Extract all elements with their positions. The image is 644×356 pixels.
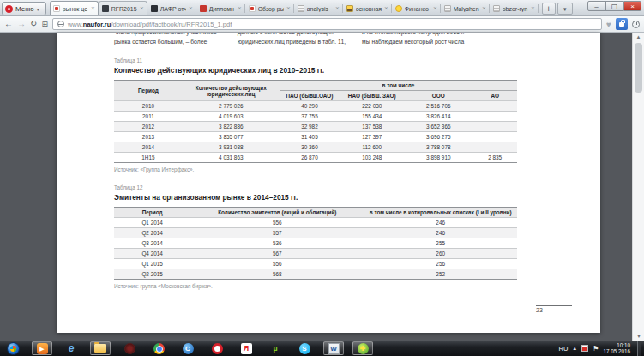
skype-icon: S	[299, 343, 310, 354]
tab-analysis[interactable]: analysis_ ×	[294, 1, 343, 15]
table-cell: 246	[364, 218, 517, 228]
table-cell: 536	[190, 238, 364, 249]
taskbar-chrome[interactable]	[148, 341, 169, 355]
scroll-down-icon[interactable]: ▼	[633, 332, 644, 341]
tab-obzor-ryn[interactable]: obzor-ryn ×	[490, 1, 539, 15]
table-cell: Q1 2015	[114, 259, 190, 269]
internet-explorer-icon: e	[69, 344, 75, 353]
tab-obzor[interactable]: Обзор ры ×	[245, 1, 294, 15]
close-button[interactable]: ×	[623, 1, 641, 11]
pdf-page: числа профессиональных участников данные…	[57, 33, 600, 333]
tab-label: Финансо	[405, 6, 430, 12]
tab-osnovnaya[interactable]: основная ×	[343, 1, 392, 15]
scrollbar-thumb[interactable]	[635, 43, 642, 93]
tab-favicon	[151, 5, 158, 12]
table-cell: 2011	[114, 112, 183, 122]
word-icon: W	[328, 343, 340, 354]
table-cell: 2012	[114, 122, 183, 132]
col-header-issuers: Количество эмитентов (акций и облигаций)	[190, 208, 364, 218]
antivirus-icon: ✚	[358, 343, 369, 354]
history-clock-icon[interactable]	[632, 21, 640, 28]
tab-strip: рынок це × RFR2015_1 × ЛАФР отч × Диплом…	[50, 0, 539, 15]
tab-malyshen[interactable]: Malyshen ×	[441, 1, 490, 15]
start-button[interactable]	[3, 341, 23, 355]
tab-rynok[interactable]: рынок це ×	[50, 1, 99, 15]
col-header-listed: в том числе в котировальных списках (I и…	[364, 208, 517, 218]
table-cell: 2 835	[472, 153, 517, 163]
url-domain: naufor.ru	[83, 21, 111, 28]
table-cell	[472, 122, 517, 132]
taskbar-blue-app[interactable]: C	[178, 341, 198, 355]
taskbar-antivirus[interactable]: ✚	[352, 341, 373, 355]
table-cell: 3 822 886	[183, 122, 280, 132]
taskbar-app-dark[interactable]	[119, 341, 140, 355]
table-cell: 3 898 910	[404, 153, 472, 163]
taskbar-media-player[interactable]: ▶	[32, 341, 52, 355]
tab-close-icon[interactable]: ×	[335, 5, 340, 12]
taskbar-internet-explorer[interactable]: e	[61, 341, 81, 355]
speed-dial-icon[interactable]: ⊞	[41, 20, 48, 28]
show-desktop-button[interactable]	[637, 341, 641, 356]
taskbar-word[interactable]: W	[323, 341, 344, 355]
taskbar-yandex[interactable]: Я	[236, 341, 256, 355]
intro-col-3: мы наблюдаем некоторый рост числа	[362, 39, 482, 45]
table12-header: Период Количество эмитентов (акций и обл…	[114, 208, 517, 218]
tab-close-icon[interactable]: ×	[238, 5, 242, 12]
scroll-up-icon[interactable]: ▲	[633, 33, 644, 41]
table-cell: 256	[364, 259, 517, 269]
taskbar-explorer[interactable]	[90, 341, 111, 355]
tab-close-icon[interactable]: ×	[433, 5, 437, 12]
table-cell: 155 434	[340, 112, 404, 122]
tab-close-icon[interactable]: ×	[384, 5, 388, 12]
tab-diplom[interactable]: Дипломн ×	[196, 1, 245, 15]
tab-rfr2015-pdf[interactable]: RFR2015_1 ×	[99, 1, 147, 15]
table-cell: 3 788 078	[404, 142, 472, 153]
tab-finanso[interactable]: Финансо ×	[392, 1, 441, 15]
utorrent-icon: µ	[273, 344, 277, 353]
table-cell: 567	[190, 249, 364, 259]
table12-body: Q1 2014556246Q2 2014557246Q3 2014536255Q…	[114, 218, 517, 280]
intro-col-2: юридических лиц приведены в табл. 11,	[238, 39, 358, 45]
tab-close-icon[interactable]: ×	[91, 5, 95, 12]
tab-close-icon[interactable]: ×	[482, 5, 486, 12]
action-center-flag-icon[interactable]: ⚑	[593, 345, 599, 353]
tab-close-icon[interactable]: ×	[286, 5, 291, 12]
url-prefix: www.	[68, 21, 83, 28]
tray-app-icon[interactable]	[581, 345, 588, 352]
language-indicator[interactable]: RU	[559, 345, 569, 353]
table-cell: 127 397	[340, 132, 404, 142]
tray-date: 17.05.2016	[603, 348, 630, 354]
extension-icon[interactable]	[616, 18, 628, 30]
table-cell: 2013	[114, 132, 183, 142]
bookmark-heart-icon[interactable]: ♥	[606, 20, 611, 29]
table-cell: 255	[364, 238, 517, 249]
table-cell: 26 870	[280, 153, 340, 163]
taskbar-utorrent[interactable]: µ	[265, 341, 286, 355]
opera-icon	[212, 343, 223, 354]
scrollbar[interactable]: ▲ ▼	[632, 33, 644, 341]
maximize-button[interactable]: ▢	[605, 1, 623, 11]
tab-favicon	[444, 5, 451, 12]
url-input[interactable]: www.naufor.ru/download/pdf/factbook/ru/R…	[52, 18, 602, 30]
taskbar-skype[interactable]: S	[294, 341, 315, 355]
tab-close-icon[interactable]: ×	[189, 5, 193, 12]
reload-icon[interactable]: ↻	[30, 20, 37, 28]
table-cell: Q3 2014	[114, 238, 190, 249]
tab-close-icon[interactable]: ×	[140, 5, 144, 12]
opera-menu-button[interactable]: Меню ▾	[2, 2, 46, 15]
forward-icon[interactable]: →	[17, 20, 26, 28]
minimize-button[interactable]: –	[587, 1, 605, 11]
tab-close-icon[interactable]: ×	[531, 5, 535, 12]
tab-list-button[interactable]: ▾	[557, 3, 573, 15]
back-icon[interactable]: ←	[4, 20, 13, 28]
table-cell: 3 826 414	[404, 112, 472, 122]
taskbar-opera[interactable]	[207, 341, 227, 355]
url-text: www.naufor.ru/download/pdf/factbook/ru/R…	[68, 21, 232, 28]
table-row: Q1 2015556256	[114, 259, 517, 269]
tray-clock[interactable]: 10:10 17.05.2016	[603, 342, 630, 354]
tab-lafr[interactable]: ЛАФР отч ×	[147, 1, 196, 15]
windows-orb-icon	[7, 342, 20, 355]
new-tab-button[interactable]: +	[542, 3, 556, 15]
table-cell: 4 019 603	[183, 112, 280, 122]
hidden-icons-arrow[interactable]: ▲	[572, 346, 577, 351]
